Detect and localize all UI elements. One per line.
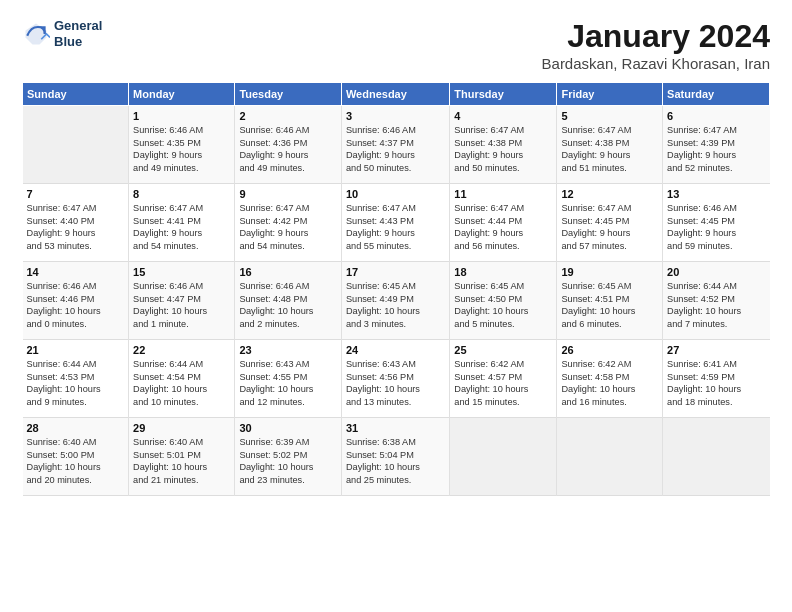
day-number: 27	[667, 344, 765, 356]
day-number: 23	[239, 344, 337, 356]
page: { "header": { "logo_line1": "General", "…	[0, 0, 792, 612]
calendar-cell: 10Sunrise: 6:47 AMSunset: 4:43 PMDayligh…	[341, 184, 449, 262]
calendar-week-row: 28Sunrise: 6:40 AMSunset: 5:00 PMDayligh…	[23, 418, 770, 496]
day-info: Sunrise: 6:39 AMSunset: 5:02 PMDaylight:…	[239, 436, 337, 487]
calendar-cell: 15Sunrise: 6:46 AMSunset: 4:47 PMDayligh…	[129, 262, 235, 340]
calendar-cell: 17Sunrise: 6:45 AMSunset: 4:49 PMDayligh…	[341, 262, 449, 340]
calendar-cell: 3Sunrise: 6:46 AMSunset: 4:37 PMDaylight…	[341, 106, 449, 184]
day-number: 31	[346, 422, 445, 434]
calendar-cell: 2Sunrise: 6:46 AMSunset: 4:36 PMDaylight…	[235, 106, 342, 184]
day-number: 21	[27, 344, 125, 356]
calendar-cell	[23, 106, 129, 184]
day-info: Sunrise: 6:47 AMSunset: 4:45 PMDaylight:…	[561, 202, 658, 253]
day-info: Sunrise: 6:47 AMSunset: 4:42 PMDaylight:…	[239, 202, 337, 253]
logo: General Blue	[22, 18, 102, 49]
day-info: Sunrise: 6:45 AMSunset: 4:51 PMDaylight:…	[561, 280, 658, 331]
calendar-cell	[450, 418, 557, 496]
day-info: Sunrise: 6:47 AMSunset: 4:40 PMDaylight:…	[27, 202, 125, 253]
calendar-cell: 4Sunrise: 6:47 AMSunset: 4:38 PMDaylight…	[450, 106, 557, 184]
weekday-header: Tuesday	[235, 83, 342, 106]
calendar-cell: 31Sunrise: 6:38 AMSunset: 5:04 PMDayligh…	[341, 418, 449, 496]
day-number: 13	[667, 188, 765, 200]
day-info: Sunrise: 6:47 AMSunset: 4:43 PMDaylight:…	[346, 202, 445, 253]
day-info: Sunrise: 6:40 AMSunset: 5:00 PMDaylight:…	[27, 436, 125, 487]
day-number: 6	[667, 110, 765, 122]
day-info: Sunrise: 6:45 AMSunset: 4:50 PMDaylight:…	[454, 280, 552, 331]
calendar-cell	[663, 418, 770, 496]
header: General Blue January 2024 Bardaskan, Raz…	[22, 18, 770, 72]
calendar-cell: 23Sunrise: 6:43 AMSunset: 4:55 PMDayligh…	[235, 340, 342, 418]
calendar-cell: 11Sunrise: 6:47 AMSunset: 4:44 PMDayligh…	[450, 184, 557, 262]
calendar-cell: 24Sunrise: 6:43 AMSunset: 4:56 PMDayligh…	[341, 340, 449, 418]
day-number: 29	[133, 422, 230, 434]
day-number: 25	[454, 344, 552, 356]
calendar-cell: 26Sunrise: 6:42 AMSunset: 4:58 PMDayligh…	[557, 340, 663, 418]
calendar-cell: 1Sunrise: 6:46 AMSunset: 4:35 PMDaylight…	[129, 106, 235, 184]
calendar-week-row: 14Sunrise: 6:46 AMSunset: 4:46 PMDayligh…	[23, 262, 770, 340]
day-info: Sunrise: 6:42 AMSunset: 4:57 PMDaylight:…	[454, 358, 552, 409]
day-info: Sunrise: 6:40 AMSunset: 5:01 PMDaylight:…	[133, 436, 230, 487]
calendar-week-row: 21Sunrise: 6:44 AMSunset: 4:53 PMDayligh…	[23, 340, 770, 418]
day-info: Sunrise: 6:44 AMSunset: 4:53 PMDaylight:…	[27, 358, 125, 409]
day-info: Sunrise: 6:43 AMSunset: 4:55 PMDaylight:…	[239, 358, 337, 409]
day-info: Sunrise: 6:46 AMSunset: 4:48 PMDaylight:…	[239, 280, 337, 331]
day-number: 2	[239, 110, 337, 122]
calendar-subtitle: Bardaskan, Razavi Khorasan, Iran	[542, 55, 770, 72]
calendar-cell: 19Sunrise: 6:45 AMSunset: 4:51 PMDayligh…	[557, 262, 663, 340]
day-info: Sunrise: 6:46 AMSunset: 4:46 PMDaylight:…	[27, 280, 125, 331]
day-info: Sunrise: 6:45 AMSunset: 4:49 PMDaylight:…	[346, 280, 445, 331]
day-number: 30	[239, 422, 337, 434]
day-info: Sunrise: 6:44 AMSunset: 4:52 PMDaylight:…	[667, 280, 765, 331]
day-number: 5	[561, 110, 658, 122]
day-number: 28	[27, 422, 125, 434]
calendar-cell: 16Sunrise: 6:46 AMSunset: 4:48 PMDayligh…	[235, 262, 342, 340]
day-number: 22	[133, 344, 230, 356]
day-info: Sunrise: 6:46 AMSunset: 4:35 PMDaylight:…	[133, 124, 230, 175]
calendar-cell: 5Sunrise: 6:47 AMSunset: 4:38 PMDaylight…	[557, 106, 663, 184]
calendar-cell: 21Sunrise: 6:44 AMSunset: 4:53 PMDayligh…	[23, 340, 129, 418]
calendar-header: SundayMondayTuesdayWednesdayThursdayFrid…	[23, 83, 770, 106]
day-info: Sunrise: 6:41 AMSunset: 4:59 PMDaylight:…	[667, 358, 765, 409]
day-info: Sunrise: 6:47 AMSunset: 4:38 PMDaylight:…	[454, 124, 552, 175]
weekday-header: Wednesday	[341, 83, 449, 106]
calendar-week-row: 1Sunrise: 6:46 AMSunset: 4:35 PMDaylight…	[23, 106, 770, 184]
day-info: Sunrise: 6:38 AMSunset: 5:04 PMDaylight:…	[346, 436, 445, 487]
day-number: 12	[561, 188, 658, 200]
calendar-cell: 9Sunrise: 6:47 AMSunset: 4:42 PMDaylight…	[235, 184, 342, 262]
day-info: Sunrise: 6:46 AMSunset: 4:47 PMDaylight:…	[133, 280, 230, 331]
day-number: 18	[454, 266, 552, 278]
weekday-header: Monday	[129, 83, 235, 106]
calendar-cell: 18Sunrise: 6:45 AMSunset: 4:50 PMDayligh…	[450, 262, 557, 340]
weekday-header: Sunday	[23, 83, 129, 106]
day-number: 19	[561, 266, 658, 278]
day-number: 8	[133, 188, 230, 200]
day-number: 17	[346, 266, 445, 278]
calendar-cell: 27Sunrise: 6:41 AMSunset: 4:59 PMDayligh…	[663, 340, 770, 418]
weekday-header: Friday	[557, 83, 663, 106]
calendar-body: 1Sunrise: 6:46 AMSunset: 4:35 PMDaylight…	[23, 106, 770, 496]
day-info: Sunrise: 6:47 AMSunset: 4:44 PMDaylight:…	[454, 202, 552, 253]
day-number: 14	[27, 266, 125, 278]
calendar-cell: 8Sunrise: 6:47 AMSunset: 4:41 PMDaylight…	[129, 184, 235, 262]
day-number: 15	[133, 266, 230, 278]
calendar-cell: 20Sunrise: 6:44 AMSunset: 4:52 PMDayligh…	[663, 262, 770, 340]
weekday-row: SundayMondayTuesdayWednesdayThursdayFrid…	[23, 83, 770, 106]
day-number: 20	[667, 266, 765, 278]
title-block: January 2024 Bardaskan, Razavi Khorasan,…	[542, 18, 770, 72]
day-number: 4	[454, 110, 552, 122]
calendar-table: SundayMondayTuesdayWednesdayThursdayFrid…	[22, 82, 770, 496]
day-info: Sunrise: 6:42 AMSunset: 4:58 PMDaylight:…	[561, 358, 658, 409]
day-number: 9	[239, 188, 337, 200]
day-info: Sunrise: 6:46 AMSunset: 4:45 PMDaylight:…	[667, 202, 765, 253]
calendar-cell: 12Sunrise: 6:47 AMSunset: 4:45 PMDayligh…	[557, 184, 663, 262]
day-number: 11	[454, 188, 552, 200]
calendar-cell: 13Sunrise: 6:46 AMSunset: 4:45 PMDayligh…	[663, 184, 770, 262]
day-number: 10	[346, 188, 445, 200]
day-info: Sunrise: 6:47 AMSunset: 4:38 PMDaylight:…	[561, 124, 658, 175]
calendar-cell	[557, 418, 663, 496]
day-number: 7	[27, 188, 125, 200]
logo-icon	[22, 20, 50, 48]
day-info: Sunrise: 6:44 AMSunset: 4:54 PMDaylight:…	[133, 358, 230, 409]
day-number: 16	[239, 266, 337, 278]
day-info: Sunrise: 6:47 AMSunset: 4:39 PMDaylight:…	[667, 124, 765, 175]
